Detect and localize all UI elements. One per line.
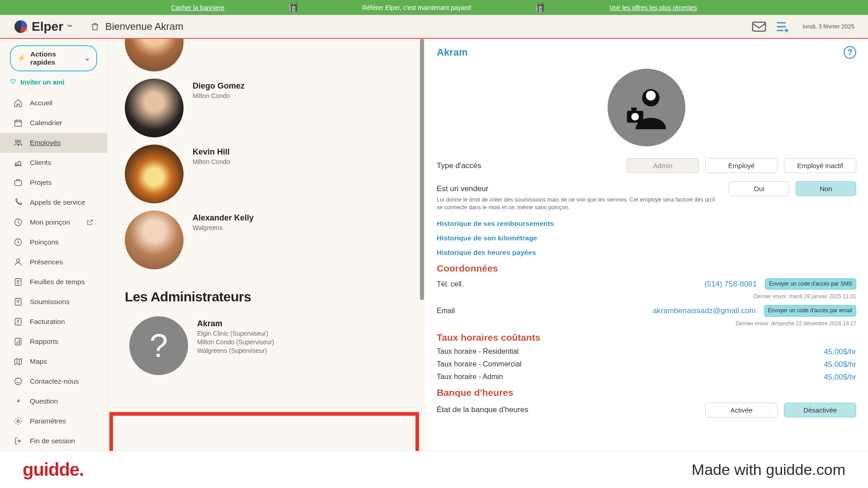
coords-heading: Coordonnées (437, 263, 856, 274)
sidebar-item-maps[interactable]: Maps (0, 352, 107, 371)
my-punch-icon (14, 218, 23, 227)
avatar (125, 211, 184, 269)
rate-value[interactable]: 45,00$/hr (824, 360, 856, 369)
settings-icon (14, 417, 23, 426)
rate-label: Taux horaire - Admin (437, 373, 503, 382)
sidebar: ⚡ Actions rapides ⌄ ♡ Inviter un ami Acc… (0, 39, 108, 451)
hide-banner-link[interactable]: Cacher la banniere (171, 4, 224, 11)
email-value[interactable]: akrambenaissadz@gmail.com (653, 306, 756, 315)
rate-label: Taux horaire - Commercial (437, 360, 522, 369)
access-type-group: Admin Employé Employé inactif (627, 158, 856, 173)
bank-on-button[interactable]: Activée (705, 403, 778, 418)
quotes-icon (14, 297, 23, 306)
rate-value[interactable]: 45,00$/hr (824, 347, 856, 357)
sidebar-item-label: Appels de service (30, 198, 85, 206)
footer: guidde. Made with guidde.com (0, 451, 868, 488)
list-item[interactable]: Diego GomezMilton Condo (108, 75, 425, 141)
quick-actions-button[interactable]: ⚡ Actions rapides ⌄ (10, 45, 97, 71)
rate-value[interactable]: 45,00$/hr (824, 373, 856, 382)
admin-role: Walgreens (Superviseur) (197, 347, 274, 354)
sidebar-item-calendar[interactable]: Calendrier (0, 113, 107, 133)
sidebar-item-label: Feuilles de temps (30, 278, 85, 286)
sidebar-item-label: Question (30, 397, 58, 405)
footer-credit: Made with guidde.com (692, 461, 845, 479)
sidebar-item-settings[interactable]: Paramètres (0, 411, 107, 431)
history-mileage-link[interactable]: Historique de son kilométrage (437, 234, 856, 242)
list-add-icon[interactable] (775, 19, 790, 34)
svg-point-18 (631, 113, 639, 121)
logo[interactable]: Elper™ (14, 19, 72, 34)
sidebar-item-billing[interactable]: Facturation (0, 312, 107, 332)
svg-point-3 (19, 140, 21, 142)
svg-point-12 (15, 378, 22, 385)
sidebar-item-punches[interactable]: Poinçons (0, 232, 107, 252)
sidebar-item-reports[interactable]: Rapports (0, 332, 107, 352)
help-icon[interactable]: ? (844, 46, 856, 59)
rate-row: Taux horaire - Commercial45,00$/hr (437, 360, 856, 369)
sidebar-item-label: Rapports (30, 338, 58, 346)
detail-name: Akram (437, 47, 467, 58)
heart-icon: ♡ (10, 78, 16, 86)
scrollbar[interactable] (419, 39, 425, 451)
home-icon (14, 99, 23, 108)
seller-yes-button[interactable]: Oui (729, 181, 789, 196)
chevron-down-icon: ⌄ (84, 54, 90, 62)
reports-icon (14, 337, 23, 346)
employee-name: Alexander Kelly (193, 213, 254, 223)
history-paid-hours-link[interactable]: Historique des heures payées (437, 249, 856, 257)
seller-group: Oui Non (729, 181, 856, 196)
svg-rect-0 (753, 22, 765, 31)
bank-state-label: État de la banque d'heures (437, 405, 705, 414)
svg-point-7 (17, 259, 20, 262)
admins-heading: Les Administrateurs (125, 289, 408, 305)
sidebar-item-question[interactable]: Question (0, 391, 107, 411)
sidebar-item-service-calls[interactable]: Appels de service (0, 192, 107, 212)
billing-icon (14, 317, 23, 326)
sidebar-item-quotes[interactable]: Soumissions (0, 292, 107, 312)
list-item[interactable] (108, 39, 425, 75)
sidebar-item-contact[interactable]: Contactez-nous (0, 371, 107, 391)
sidebar-item-label: Employés (30, 139, 61, 147)
sidebar-item-label: Maps (30, 357, 47, 366)
tel-label: Tél. cell. (437, 280, 704, 288)
list-item[interactable]: Kevin HillMilton Condo (108, 141, 425, 207)
invite-friend-link[interactable]: ♡ Inviter un ami (10, 78, 97, 86)
sidebar-item-logout[interactable]: Fin de session (0, 431, 107, 451)
send-email-code-button[interactable]: Envoyer un code d'accès par email (764, 305, 856, 317)
sidebar-item-clients[interactable]: Clients (0, 153, 107, 173)
sidebar-item-timesheets[interactable]: Feuilles de temps (0, 272, 107, 292)
projects-icon (14, 178, 23, 187)
sidebar-item-my-punch[interactable]: Mon poinçon (0, 212, 107, 232)
tel-last-sent: Dernier envoi: mardi 28 janvier 2025 11:… (437, 293, 856, 300)
sidebar-item-home[interactable]: Accueil (0, 93, 107, 113)
tel-value[interactable]: (514) 758-8081 (704, 280, 757, 289)
access-admin-button[interactable]: Admin (627, 158, 699, 173)
sidebar-item-label: Paramètres (30, 417, 66, 425)
rate-row: Taux horaire - Admin45,00$/hr (437, 373, 856, 382)
sidebar-item-projects[interactable]: Projets (0, 173, 107, 192)
sidebar-item-label: Accueil (30, 99, 52, 107)
profile-picture-placeholder[interactable] (608, 69, 685, 146)
bank-off-button[interactable]: Désactivée (784, 403, 856, 418)
send-sms-code-button[interactable]: Envoyer un code d'accès par SMS (765, 278, 856, 290)
svg-rect-4 (15, 181, 22, 186)
external-link-icon (86, 219, 94, 226)
sidebar-item-presences[interactable]: Présences (0, 252, 107, 272)
list-item[interactable]: Alexander KellyWalgreens (108, 207, 425, 273)
avatar-placeholder: ? (129, 316, 188, 375)
offers-link[interactable]: Voir les offres les plus récentes (609, 4, 697, 11)
sidebar-item-label: Soumissions (30, 298, 70, 306)
admin-row-akram[interactable]: ? Akram Elgin Clinic (Superviseur) Milto… (108, 313, 425, 379)
sidebar-item-employees[interactable]: Employés (0, 133, 107, 153)
mail-icon[interactable] (751, 19, 767, 34)
question-icon (14, 397, 23, 406)
trash-icon[interactable] (90, 22, 100, 32)
history-reimbursements-link[interactable]: Historique de ses remboursements (437, 220, 856, 228)
avatar (125, 79, 184, 137)
banner-center-text: Référer Elper, c'est maintenant payant! (363, 4, 472, 11)
svg-rect-1 (15, 120, 22, 126)
access-employee-button[interactable]: Employé (705, 158, 778, 173)
seller-no-button[interactable]: Non (796, 181, 856, 196)
access-inactive-button[interactable]: Employé inactif (784, 158, 856, 173)
rate-row: Taux horaire - Residential45,00$/hr (437, 347, 856, 357)
